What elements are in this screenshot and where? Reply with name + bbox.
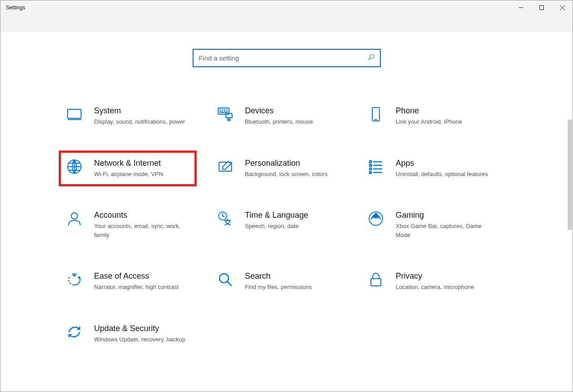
category-accounts[interactable]: Accounts Your accounts, email, sync, wor… xyxy=(63,208,197,242)
category-gaming[interactable]: Gaming Xbox Game Bar, captures, Game Mod… xyxy=(364,208,499,242)
category-desc: Windows Update, recovery, backup xyxy=(94,335,194,344)
category-title: System xyxy=(94,106,194,116)
svg-rect-5 xyxy=(228,119,230,121)
category-desc: Speech, region, date xyxy=(245,222,345,231)
category-devices[interactable]: Devices Bluetooth, printers, mouse xyxy=(214,103,348,129)
category-privacy[interactable]: Privacy Location, camera, microphone xyxy=(364,269,499,294)
search-box[interactable] xyxy=(193,49,381,67)
svg-rect-9 xyxy=(370,161,371,163)
category-title: Ease of Access xyxy=(94,271,194,281)
svg-point-13 xyxy=(71,213,78,219)
category-search[interactable]: Search Find my files, permissions xyxy=(214,269,348,294)
category-desc: Uninstall, defaults, optional features xyxy=(396,170,495,179)
category-title: Phone xyxy=(396,106,495,116)
category-desc: Background, lock screen, colors xyxy=(245,170,345,179)
category-desc: Narrator, magnifier, high contrast xyxy=(94,283,194,292)
phone-icon xyxy=(368,106,389,126)
svg-point-1 xyxy=(370,54,374,58)
category-title: Network & Internet xyxy=(94,159,191,168)
category-desc: Xbox Game Bar, captures, Game Mode xyxy=(396,222,495,239)
category-title: Accounts xyxy=(94,211,194,220)
search-container xyxy=(193,49,381,67)
category-title: Time & Language xyxy=(245,211,345,220)
time-language-icon xyxy=(217,211,239,239)
privacy-icon xyxy=(368,271,389,292)
personalization-icon xyxy=(217,159,239,179)
minimize-button[interactable] xyxy=(511,0,531,15)
search-category-icon xyxy=(217,271,239,292)
category-desc: Find my files, permissions xyxy=(245,283,345,292)
category-ease-of-access[interactable]: Ease of Access Narrator, magnifier, high… xyxy=(63,269,197,294)
category-title: Search xyxy=(245,271,345,281)
search-input[interactable] xyxy=(199,54,367,62)
svg-rect-11 xyxy=(370,168,371,170)
ease-of-access-icon xyxy=(66,271,88,292)
svg-rect-12 xyxy=(370,172,371,173)
svg-rect-6 xyxy=(372,108,379,121)
system-icon xyxy=(66,106,88,126)
content-area: System Display, sound, notifications, po… xyxy=(0,32,573,392)
categories-grid: System Display, sound, notifications, po… xyxy=(63,103,515,346)
scrollbar-thumb[interactable] xyxy=(568,120,572,230)
category-title: Personalization xyxy=(245,159,345,168)
svg-rect-0 xyxy=(540,6,544,10)
category-title: Devices xyxy=(245,106,345,116)
window-title: Settings xyxy=(6,4,25,11)
svg-rect-2 xyxy=(68,109,81,118)
category-title: Gaming xyxy=(396,211,495,220)
titlebar: Settings xyxy=(0,0,573,32)
category-update-security[interactable]: Update & Security Windows Update, recove… xyxy=(63,321,197,347)
category-apps[interactable]: Apps Uninstall, defaults, optional featu… xyxy=(364,156,499,181)
svg-rect-10 xyxy=(370,164,371,166)
update-security-icon xyxy=(66,324,88,344)
svg-point-16 xyxy=(220,274,228,283)
category-phone[interactable]: Phone Link your Android, iPhone xyxy=(364,103,499,129)
window-controls xyxy=(511,0,573,15)
category-desc: Link your Android, iPhone xyxy=(396,117,495,126)
network-icon xyxy=(66,159,88,179)
category-desc: Bluetooth, printers, mouse xyxy=(245,117,345,126)
gaming-icon xyxy=(368,211,389,239)
search-icon xyxy=(367,54,375,63)
category-desc: Your accounts, email, sync, work, family xyxy=(94,222,194,239)
category-personalization[interactable]: Personalization Background, lock screen,… xyxy=(214,156,348,181)
maximize-button[interactable] xyxy=(531,0,552,15)
category-desc: Display, sound, notifications, power xyxy=(94,117,194,126)
category-title: Apps xyxy=(396,159,495,168)
category-network[interactable]: Network & Internet Wi-Fi, airplane mode,… xyxy=(60,152,195,185)
apps-icon xyxy=(368,159,389,179)
category-desc: Wi-Fi, airplane mode, VPN xyxy=(94,170,191,179)
accounts-icon xyxy=(66,211,88,239)
category-time-language[interactable]: Time & Language Speech, region, date xyxy=(214,208,348,242)
category-system[interactable]: System Display, sound, notifications, po… xyxy=(63,103,197,129)
devices-icon xyxy=(217,106,239,126)
svg-rect-17 xyxy=(371,279,381,286)
category-title: Update & Security xyxy=(94,324,194,333)
category-title: Privacy xyxy=(396,271,495,281)
category-desc: Location, camera, microphone xyxy=(396,283,495,292)
close-button[interactable] xyxy=(552,0,573,15)
